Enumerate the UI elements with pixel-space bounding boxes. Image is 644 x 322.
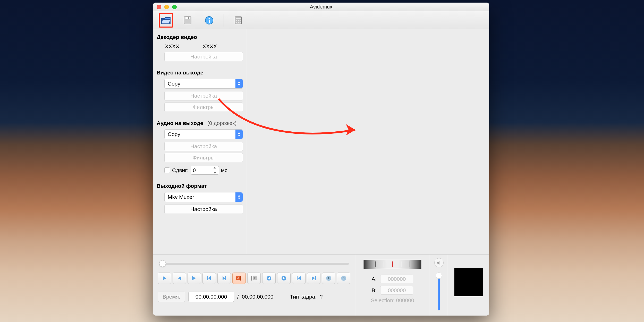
svg-rect-18 [240, 276, 241, 281]
main-area: Декодер видео XXXX XXXX Настройка Видео … [153, 29, 489, 254]
svg-rect-24 [297, 276, 298, 280]
svg-text:B: B [254, 276, 256, 280]
duration-sep: / [237, 294, 239, 300]
svg-rect-11 [236, 22, 237, 23]
speaker-button[interactable] [434, 258, 444, 267]
svg-rect-10 [240, 20, 241, 21]
decoder-config-button[interactable]: Настройка [164, 52, 243, 61]
next-frame-button[interactable] [188, 273, 201, 284]
video-filters-button[interactable]: Фильтры [164, 103, 243, 112]
muxer-select[interactable]: Mkv Muxer [164, 192, 243, 202]
prev-black-frame-button[interactable] [262, 273, 276, 284]
video-codec-select[interactable]: Copy [164, 79, 243, 89]
decoder-codec-2: XXXX [202, 43, 217, 49]
audio-codec-select[interactable]: Copy [164, 129, 243, 139]
chevron-updown-icon [235, 192, 243, 202]
goto-marker-b-button[interactable]: B [337, 273, 350, 284]
titlebar: Avidemux [153, 3, 489, 11]
goto-start-button[interactable] [292, 273, 306, 284]
toolbar [153, 11, 489, 29]
decoder-title: Декодер видео [157, 34, 243, 40]
decoder-codec-1: XXXX [165, 43, 179, 49]
save-button[interactable] [180, 13, 195, 28]
window-title: Avidemux [153, 4, 489, 10]
marker-b-value: 000000 [380, 286, 413, 295]
svg-rect-12 [238, 22, 239, 23]
preview-panel [448, 255, 489, 316]
volume-panel [430, 255, 448, 316]
svg-rect-15 [225, 276, 226, 280]
next-keyframe-button[interactable] [217, 273, 231, 284]
goto-end-button[interactable] [307, 273, 320, 284]
time-button[interactable]: Время: [158, 292, 185, 302]
time-value: 00:00:00.000 [196, 294, 227, 300]
timeline-panel: A B A B Время: 00:00:00.000 / 00:00:00.0… [153, 255, 355, 316]
video-canvas [247, 29, 489, 254]
svg-rect-13 [240, 22, 241, 23]
volume-slider[interactable] [438, 274, 440, 310]
svg-rect-4 [209, 20, 210, 23]
audio-tracks-count: (0 дорожек) [207, 120, 236, 126]
marker-b-label: B: [372, 287, 377, 293]
calculator-button[interactable] [231, 13, 245, 28]
next-black-frame-button[interactable] [277, 273, 291, 284]
time-input[interactable]: 00:00:00.000 [188, 292, 234, 302]
shift-unit: мс [221, 167, 227, 173]
audio-config-button[interactable]: Настройка [164, 142, 243, 151]
svg-rect-9 [238, 20, 239, 21]
toolbar-separator [224, 14, 224, 27]
chevron-updown-icon [235, 79, 243, 88]
play-button[interactable] [158, 273, 171, 284]
sidebar: Декодер видео XXXX XXXX Настройка Видео … [153, 29, 247, 254]
svg-rect-8 [236, 20, 237, 21]
shift-label: Сдвиг: [172, 167, 189, 173]
svg-rect-25 [315, 276, 316, 280]
svg-point-5 [209, 18, 210, 19]
duration-value: 00:00:00.000 [242, 294, 274, 300]
svg-rect-7 [236, 18, 241, 19]
selection-panel: A: 000000 B: 000000 Selection: 000000 [355, 255, 430, 316]
muxer-value: Mkv Muxer [168, 194, 194, 200]
frame-type-label: Тип кадра: [290, 294, 317, 300]
svg-text:B: B [343, 277, 344, 280]
goto-marker-a-button[interactable]: A [322, 273, 335, 284]
slider-thumb-icon[interactable] [159, 260, 166, 267]
audio-out-title: Аудио на выходе (0 дорожек) [157, 120, 243, 126]
frame-type-value: ? [320, 294, 323, 300]
svg-rect-2 [188, 17, 189, 19]
volume-thumb-icon[interactable] [436, 273, 442, 279]
open-file-button[interactable] [159, 13, 173, 28]
shift-value-input[interactable]: 0 [191, 166, 219, 175]
jog-wheel[interactable] [363, 260, 421, 269]
playback-controls: A B A B [158, 273, 350, 284]
prev-keyframe-button[interactable] [202, 273, 216, 284]
video-out-title: Видео на выходе [157, 70, 243, 76]
audio-out-title-text: Аудио на выходе [157, 120, 203, 126]
set-marker-b-button[interactable]: B [247, 273, 261, 284]
shift-checkbox[interactable] [164, 167, 170, 173]
audio-codec-value: Copy [168, 131, 180, 137]
marker-a-value: 000000 [380, 275, 413, 283]
svg-rect-14 [207, 276, 208, 280]
svg-text:A: A [237, 276, 239, 280]
audio-filters-button[interactable]: Фильтры [164, 153, 243, 162]
selection-label: Selection: [371, 297, 394, 303]
timeline-slider[interactable] [159, 263, 349, 265]
prev-frame-button[interactable] [173, 273, 186, 284]
video-config-button[interactable]: Настройка [164, 91, 243, 100]
info-button[interactable] [202, 13, 216, 28]
app-window: Avidemux Декодер видео XXXX XXXX Настрой… [153, 3, 489, 316]
svg-rect-19 [251, 276, 252, 281]
muxer-config-button[interactable]: Настройка [164, 205, 243, 214]
shift-value: 0 [193, 167, 196, 173]
marker-a-label: A: [372, 276, 377, 282]
chevron-updown-icon [235, 130, 243, 139]
preview-thumbnail [454, 268, 483, 296]
selection-value: 000000 [396, 297, 414, 303]
stepper-icon[interactable] [214, 167, 218, 174]
set-marker-a-button[interactable]: A [232, 273, 246, 284]
video-codec-value: Copy [168, 81, 180, 87]
svg-text:A: A [328, 277, 330, 280]
bottom-panel: A B A B Время: 00:00:00.000 / 00:00:00.0… [153, 254, 489, 316]
output-format-title: Выходной формат [157, 183, 243, 189]
